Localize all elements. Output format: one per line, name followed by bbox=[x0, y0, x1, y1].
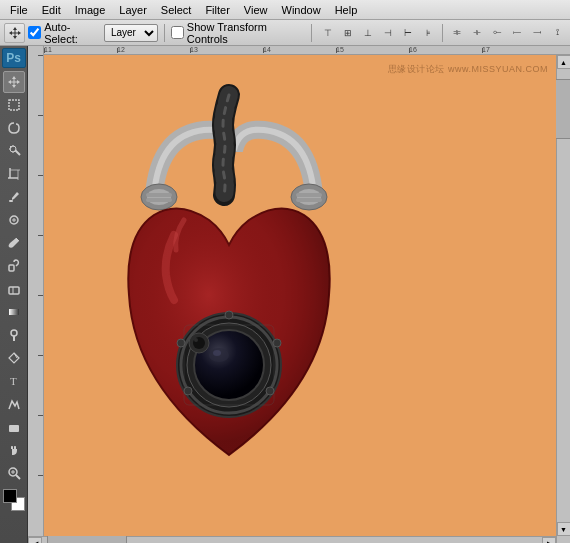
menu-window[interactable]: Window bbox=[276, 2, 327, 18]
svg-point-20 bbox=[11, 330, 17, 336]
tool-crop[interactable] bbox=[3, 163, 25, 185]
align-top-icon[interactable]: ⊤ bbox=[319, 24, 337, 42]
auto-select-checkbox-label[interactable]: Auto-Select: bbox=[28, 21, 101, 45]
ruler-marks: 11 12 13 14 15 16 17 bbox=[44, 46, 555, 53]
vertical-scrollbar[interactable]: ▲ ▼ bbox=[556, 55, 570, 536]
svg-point-49 bbox=[266, 387, 274, 395]
options-toolbar: Auto-Select: Layer Group Show Transform … bbox=[0, 20, 570, 46]
menu-help[interactable]: Help bbox=[329, 2, 364, 18]
menu-select[interactable]: Select bbox=[155, 2, 198, 18]
tool-zoom[interactable] bbox=[3, 462, 25, 484]
menu-edit[interactable]: Edit bbox=[36, 2, 67, 18]
svg-point-42 bbox=[213, 350, 221, 356]
svg-point-50 bbox=[184, 387, 192, 395]
tool-gradient[interactable] bbox=[3, 301, 25, 323]
tool-clone-stamp[interactable] bbox=[3, 255, 25, 277]
ruler-mark-13: 13 bbox=[190, 46, 263, 53]
tool-shape[interactable] bbox=[3, 416, 25, 438]
svg-rect-23 bbox=[9, 425, 19, 432]
tool-hand[interactable] bbox=[3, 439, 25, 461]
alignment-icons: ⊤ ⊞ ⊥ ⊣ ⊢ ⊧ ⟚ ⟛ ⟜ ⟝ ⟞ ⟟ bbox=[319, 24, 566, 42]
left-ruler-mark bbox=[28, 55, 43, 115]
tool-type[interactable]: T bbox=[3, 370, 25, 392]
align-bottom-icon[interactable]: ⊥ bbox=[359, 24, 377, 42]
tool-lasso[interactable] bbox=[3, 117, 25, 139]
canvas[interactable]: 思缘设计论坛 www.MISSYUAN.COM bbox=[44, 55, 556, 536]
left-ruler bbox=[28, 55, 44, 536]
tool-magic-wand[interactable] bbox=[3, 140, 25, 162]
move-tool-options: Auto-Select: Layer Group Show Transform … bbox=[4, 21, 315, 45]
distribute-bottom-icon[interactable]: ⟜ bbox=[488, 24, 506, 42]
ruler-mark-11: 11 bbox=[44, 46, 117, 53]
tool-rect-marquee[interactable] bbox=[3, 94, 25, 116]
canvas-with-ruler: 思缘设计论坛 www.MISSYUAN.COM bbox=[28, 55, 570, 536]
svg-rect-0 bbox=[9, 100, 19, 110]
ruler-mark-17: 17 bbox=[482, 46, 555, 53]
menu-view[interactable]: View bbox=[238, 2, 274, 18]
auto-select-checkbox[interactable] bbox=[28, 26, 41, 39]
left-ruler-mark bbox=[28, 175, 43, 235]
bottom-scroll-area: ◀ ▶ bbox=[28, 536, 570, 543]
ruler-mark-14: 14 bbox=[263, 46, 336, 53]
svg-line-25 bbox=[16, 475, 20, 479]
tool-brush[interactable] bbox=[3, 232, 25, 254]
svg-rect-34 bbox=[296, 193, 322, 197]
left-ruler-mark bbox=[28, 415, 43, 475]
hscroll-left-button[interactable]: ◀ bbox=[28, 537, 42, 544]
menu-image[interactable]: Image bbox=[69, 2, 112, 18]
vscroll-down-button[interactable]: ▼ bbox=[557, 522, 571, 536]
svg-point-46 bbox=[194, 338, 198, 342]
svg-rect-30 bbox=[146, 193, 172, 197]
show-transform-checkbox[interactable] bbox=[171, 26, 184, 39]
distribute-left-icon[interactable]: ⟝ bbox=[508, 24, 526, 42]
ruler-mark-15: 15 bbox=[336, 46, 409, 53]
left-ruler-mark bbox=[28, 115, 43, 175]
tool-eyedropper[interactable] bbox=[3, 186, 25, 208]
distribute-vertical-icon[interactable]: ⟛ bbox=[468, 24, 486, 42]
distribute-top-icon[interactable]: ⟚ bbox=[448, 24, 466, 42]
svg-rect-17 bbox=[9, 287, 19, 294]
tool-path-select[interactable] bbox=[3, 393, 25, 415]
show-transform-label[interactable]: Show Transform Controls bbox=[171, 21, 305, 45]
tool-dodge[interactable] bbox=[3, 324, 25, 346]
svg-rect-16 bbox=[9, 265, 14, 271]
menu-layer[interactable]: Layer bbox=[113, 2, 153, 18]
tool-healing-brush[interactable] bbox=[3, 209, 25, 231]
distribute-right-icon[interactable]: ⟟ bbox=[548, 24, 566, 42]
canvas-area: 11 12 13 14 15 16 17 bbox=[28, 46, 570, 543]
svg-text:T: T bbox=[10, 375, 17, 387]
hscroll-right-button[interactable]: ▶ bbox=[542, 537, 556, 544]
left-ruler-mark bbox=[28, 295, 43, 355]
left-ruler-mark bbox=[28, 475, 43, 535]
ruler-mark-16: 16 bbox=[409, 46, 482, 53]
watermark: 思缘设计论坛 www.MISSYUAN.COM bbox=[388, 63, 548, 76]
main-area: Ps bbox=[0, 46, 570, 543]
svg-rect-11 bbox=[9, 200, 13, 202]
svg-rect-35 bbox=[296, 198, 322, 202]
foreground-color-swatch[interactable] bbox=[3, 489, 17, 503]
heart-svg bbox=[74, 75, 374, 495]
tool-move[interactable] bbox=[3, 71, 25, 93]
ruler-mark-12: 12 bbox=[117, 46, 190, 53]
menu-filter[interactable]: Filter bbox=[199, 2, 235, 18]
auto-select-type-dropdown[interactable]: Layer Group bbox=[104, 24, 158, 42]
svg-point-47 bbox=[225, 311, 233, 319]
top-ruler: 11 12 13 14 15 16 17 bbox=[28, 46, 570, 55]
color-swatches[interactable] bbox=[3, 489, 25, 511]
artwork bbox=[74, 75, 374, 495]
toolbox: Ps bbox=[0, 46, 28, 543]
svg-rect-31 bbox=[146, 198, 172, 202]
vscroll-up-button[interactable]: ▲ bbox=[557, 55, 571, 69]
align-vertical-center-icon[interactable]: ⊞ bbox=[339, 24, 357, 42]
horizontal-scrollbar[interactable]: ◀ ▶ bbox=[28, 536, 556, 543]
left-ruler-mark bbox=[28, 235, 43, 295]
align-left-icon[interactable]: ⊣ bbox=[379, 24, 397, 42]
distribute-horizontal-icon[interactable]: ⟞ bbox=[528, 24, 546, 42]
align-horizontal-center-icon[interactable]: ⊢ bbox=[399, 24, 417, 42]
move-tool-button[interactable] bbox=[4, 23, 25, 43]
tool-eraser[interactable] bbox=[3, 278, 25, 300]
menu-file[interactable]: File bbox=[4, 2, 34, 18]
align-right-icon[interactable]: ⊧ bbox=[419, 24, 437, 42]
ps-logo: Ps bbox=[2, 48, 26, 68]
tool-pen[interactable] bbox=[3, 347, 25, 369]
